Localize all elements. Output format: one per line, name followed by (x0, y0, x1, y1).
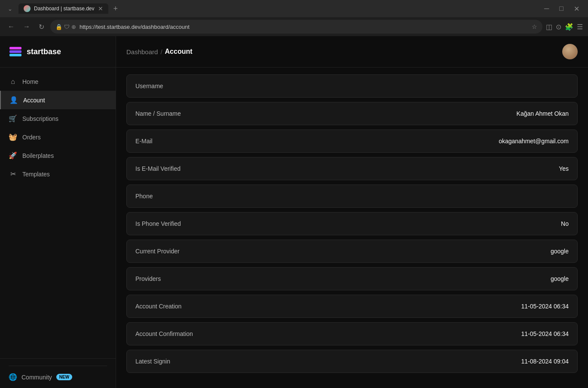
logo-layer-bot (9, 54, 21, 56)
sidebar-item-community[interactable]: 🌐 Community NEW (9, 373, 107, 381)
menu-btn[interactable]: ☰ (577, 23, 583, 31)
account-row-email: E-Mailokaganahmet@gmail.com (126, 129, 578, 153)
account-row-username: Username (126, 74, 578, 98)
templates-icon: ✂ (9, 170, 17, 178)
account-value-providers: google (551, 275, 569, 282)
pocket-btn[interactable]: ◫ (546, 23, 552, 31)
address-bar[interactable]: 🔒 🛡 ⊕ https://test.startbase.dev/dashboa… (50, 20, 542, 34)
forward-btn[interactable]: → (21, 21, 33, 32)
shield-icon: 🛡 (64, 24, 70, 30)
extensions-btn[interactable]: 🧩 (565, 23, 573, 31)
account-row-email-verified: Is E-Mail VerifiedYes (126, 157, 578, 180)
address-icons: 🔒 🛡 ⊕ (55, 24, 76, 30)
account-value-name-surname: Kağan Ahmet Okan (517, 110, 569, 117)
sidebar-item-home[interactable]: ⌂ Home (0, 73, 116, 91)
sidebar-item-boilerplates-label: Boilerplates (22, 152, 54, 159)
logo-layer-top (9, 47, 21, 49)
account-value-account-confirmation: 11-05-2024 06:34 (521, 330, 569, 337)
sidebar: startbase ⌂ Home 👤 Account 🛒 Subscriptio… (0, 36, 116, 388)
sidebar-item-account-label: Account (23, 97, 45, 104)
sidebar-item-templates-label: Templates (22, 171, 50, 178)
tab-history-btn[interactable]: ⌄ (5, 4, 15, 14)
user-avatar[interactable] (562, 44, 578, 59)
account-row-latest-signin: Latest Signin11-08-2024 09:04 (126, 350, 578, 373)
orders-icon: 🧺 (9, 133, 17, 141)
subscriptions-icon: 🛒 (9, 114, 17, 123)
account-icon: 👤 (9, 96, 18, 104)
account-row-phone-verified: Is Phone VerifiedNo (126, 212, 578, 235)
sidebar-item-orders-label: Orders (22, 134, 41, 141)
account-row-account-confirmation: Account Confirmation11-05-2024 06:34 (126, 322, 578, 345)
breadcrumb-current: Account (165, 48, 193, 55)
account-label-latest-signin: Latest Signin (135, 358, 170, 365)
breadcrumb: Dashboard / Account (126, 48, 193, 55)
sidebar-nav: ⌂ Home 👤 Account 🛒 Subscriptions 🧺 Order… (0, 68, 116, 358)
app-container: startbase ⌂ Home 👤 Account 🛒 Subscriptio… (0, 36, 588, 388)
logo-layers (9, 47, 21, 56)
sidebar-item-account[interactable]: 👤 Account (0, 91, 116, 109)
breadcrumb-root[interactable]: Dashboard (126, 48, 158, 55)
account-label-phone: Phone (135, 193, 153, 200)
browser-tab[interactable]: Dashboard | startbase.dev ✕ (18, 3, 108, 14)
browser-actions: ◫ ⊙ 🧩 ☰ (546, 23, 583, 31)
breadcrumb-separator: / (160, 48, 162, 55)
tab-favicon (24, 5, 31, 12)
bookmark-icon[interactable]: ☆ (532, 23, 537, 30)
tab-close-btn[interactable]: ✕ (98, 5, 103, 12)
account-value-latest-signin: 11-08-2024 09:04 (521, 358, 569, 365)
account-label-name-surname: Name / Surname (135, 110, 181, 117)
avatar-image (562, 44, 578, 59)
account-value-email-verified: Yes (559, 165, 569, 172)
sidebar-footer: 🌐 Community NEW (0, 358, 116, 388)
boilerplates-icon: 🚀 (9, 151, 17, 160)
browser-chrome: ⌄ Dashboard | startbase.dev ✕ + ─ □ ✕ ← … (0, 0, 588, 36)
account-label-phone-verified: Is Phone Verified (135, 220, 181, 227)
account-row-name-surname: Name / SurnameKağan Ahmet Okan (126, 102, 578, 125)
community-icon: 🌐 (9, 373, 17, 381)
sidebar-item-boilerplates[interactable]: 🚀 Boilerplates (0, 146, 116, 165)
page-header: Dashboard / Account (116, 36, 588, 68)
account-row-providers: Providersgoogle (126, 267, 578, 290)
sidebar-item-templates[interactable]: ✂ Templates (0, 165, 116, 183)
account-label-account-creation: Account Creation (135, 303, 181, 310)
account-label-username: Username (135, 83, 163, 89)
logo-text: startbase (27, 47, 61, 56)
browser-nav: ← → ↻ 🔒 🛡 ⊕ https://test.startbase.dev/d… (0, 17, 588, 36)
minimize-btn[interactable]: ─ (541, 4, 552, 13)
account-value-account-creation: 11-05-2024 06:34 (521, 303, 569, 310)
account-value-current-provider: google (551, 248, 569, 255)
maximize-btn[interactable]: □ (556, 4, 567, 13)
account-label-email-verified: Is E-Mail Verified (135, 165, 181, 172)
logo-icon (9, 45, 22, 59)
account-value-email: okaganahmet@gmail.com (499, 138, 569, 145)
sidebar-item-orders[interactable]: 🧺 Orders (0, 128, 116, 146)
logo-layer-mid (9, 50, 21, 53)
tracking-icon: ⊕ (71, 24, 76, 30)
account-label-providers: Providers (135, 275, 161, 282)
close-btn[interactable]: ✕ (570, 4, 583, 14)
account-row-account-creation: Account Creation11-05-2024 06:34 (126, 295, 578, 318)
browser-titlebar: ⌄ Dashboard | startbase.dev ✕ + ─ □ ✕ (0, 0, 588, 17)
account-info-list: UsernameName / SurnameKağan Ahmet OkanE-… (116, 68, 588, 380)
account-row-current-provider: Current Providergoogle (126, 240, 578, 263)
sidebar-item-subscriptions-label: Subscriptions (22, 115, 58, 122)
sidebar-item-subscriptions[interactable]: 🛒 Subscriptions (0, 109, 116, 128)
security-icon: 🔒 (55, 24, 62, 30)
sidebar-logo: startbase (0, 36, 116, 68)
main-content: Dashboard / Account UsernameName / Surna… (116, 36, 588, 388)
profile-btn[interactable]: ⊙ (556, 23, 561, 31)
back-btn[interactable]: ← (5, 21, 17, 32)
account-row-phone: Phone (126, 185, 578, 208)
url-display[interactable]: https://test.startbase.dev/dashboard/acc… (80, 24, 528, 30)
account-value-phone-verified: No (561, 220, 569, 227)
account-label-email: E-Mail (135, 138, 153, 145)
sidebar-item-home-label: Home (22, 78, 38, 85)
account-label-current-provider: Current Provider (135, 248, 180, 255)
new-badge: NEW (56, 374, 72, 380)
community-label: Community (21, 374, 52, 381)
new-tab-btn[interactable]: + (113, 4, 118, 13)
account-label-account-confirmation: Account Confirmation (135, 330, 193, 337)
refresh-btn[interactable]: ↻ (36, 21, 47, 33)
tab-title: Dashboard | startbase.dev (34, 6, 95, 12)
home-icon: ⌂ (9, 78, 17, 86)
